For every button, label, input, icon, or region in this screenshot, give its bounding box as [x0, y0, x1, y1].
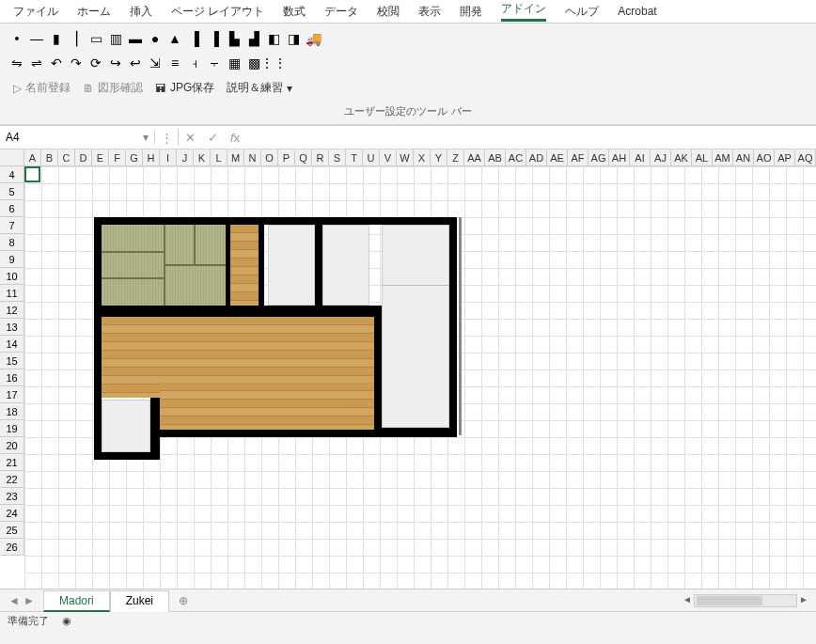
col-header-AF[interactable]: AF — [568, 149, 588, 166]
row-header-15[interactable]: 15 — [0, 353, 24, 369]
square-h-icon[interactable]: ▬ — [128, 31, 143, 46]
col-header-AN[interactable]: AN — [733, 149, 754, 166]
col-header-AO[interactable]: AO — [754, 149, 775, 166]
toilet-icon[interactable]: ◨ — [286, 31, 301, 46]
dot-icon[interactable]: • — [9, 31, 24, 46]
worksheet-grid[interactable]: ABCDEFGHIJKLMNOPQRSTUVWXYZAAABACADAEAFAG… — [0, 149, 816, 589]
col-header-E[interactable]: E — [92, 149, 109, 166]
name-box[interactable]: ▾ — [0, 131, 155, 144]
col-header-K[interactable]: K — [194, 149, 211, 166]
col-header-AD[interactable]: AD — [526, 149, 547, 166]
col-header-AK[interactable]: AK — [671, 149, 692, 166]
sheet-tab-Zukei[interactable]: Zukei — [110, 590, 169, 612]
col-header-U[interactable]: U — [363, 149, 380, 166]
redo-icon[interactable]: ↷ — [69, 55, 84, 71]
row-header-12[interactable]: 12 — [0, 302, 24, 319]
bar-v-icon[interactable]: ▮ — [49, 31, 64, 46]
ungroup-icon[interactable]: ⫞ — [187, 55, 202, 71]
door1-icon[interactable]: ▐ — [187, 31, 202, 46]
col-header-C[interactable]: C — [58, 149, 75, 166]
hscroll-thumb[interactable] — [697, 596, 762, 605]
col-header-AQ[interactable]: AQ — [795, 149, 816, 166]
formula-confirm-icon[interactable]: ✓ — [201, 131, 224, 145]
row-header-6[interactable]: 6 — [0, 200, 24, 217]
row-header-21[interactable]: 21 — [0, 454, 24, 471]
row-header-17[interactable]: 17 — [0, 386, 24, 403]
row-header-20[interactable]: 20 — [0, 437, 24, 454]
col-header-H[interactable]: H — [143, 149, 160, 166]
menu-挿入[interactable]: 挿入 — [120, 0, 162, 24]
col-header-M[interactable]: M — [228, 149, 244, 166]
jpg-save-button[interactable]: 🖬 JPG保存 — [151, 78, 218, 98]
menu-校閲[interactable]: 校閲 — [368, 0, 409, 24]
row-header-9[interactable]: 9 — [0, 251, 24, 268]
truck-icon[interactable]: 🚚 — [306, 31, 321, 46]
circle-icon[interactable]: ● — [148, 31, 163, 46]
cells-area[interactable] — [24, 166, 816, 589]
check-shape-button[interactable]: 🗎 図形確認 — [79, 78, 147, 98]
menu-アドイン[interactable]: アドイン — [492, 0, 556, 25]
col-header-AP[interactable]: AP — [775, 149, 795, 166]
row-header-23[interactable]: 23 — [0, 488, 24, 505]
name-box-input[interactable] — [6, 131, 100, 144]
col-header-AA[interactable]: AA — [464, 149, 485, 166]
col-header-R[interactable]: R — [312, 149, 329, 166]
row-header-14[interactable]: 14 — [0, 336, 24, 353]
col-header-B[interactable]: B — [41, 149, 58, 166]
arrow-join-icon[interactable]: ↩ — [128, 55, 143, 71]
col-header-G[interactable]: G — [126, 149, 143, 166]
col-header-AI[interactable]: AI — [630, 149, 651, 166]
col-header-I[interactable]: I — [160, 149, 177, 166]
row-header-10[interactable]: 10 — [0, 268, 24, 285]
row-header-16[interactable]: 16 — [0, 369, 24, 386]
explain-button[interactable]: 説明＆練習 ▾ — [223, 78, 296, 98]
group-icon[interactable]: ⫟ — [207, 55, 222, 71]
pipe-icon[interactable]: ⎮ — [69, 31, 84, 46]
formula-more-icon[interactable]: ⋮ — [155, 131, 178, 145]
col-header-N[interactable]: N — [244, 149, 261, 166]
hscroll-right-icon[interactable]: ► — [797, 594, 810, 607]
name-box-dropdown-icon[interactable]: ▾ — [143, 131, 149, 144]
stairs-icon[interactable]: ▙ — [227, 31, 242, 46]
record-macro-icon[interactable]: ◉ — [62, 615, 71, 627]
col-header-V[interactable]: V — [380, 149, 397, 166]
col-header-AC[interactable]: AC — [506, 149, 526, 166]
row-header-18[interactable]: 18 — [0, 403, 24, 420]
undo-icon[interactable]: ↶ — [49, 55, 64, 71]
resize-icon[interactable]: ⇲ — [148, 55, 163, 71]
dash-icon[interactable]: — — [29, 31, 44, 46]
stairs2-icon[interactable]: ▟ — [246, 31, 261, 46]
menu-ヘルプ[interactable]: ヘルプ — [556, 0, 608, 24]
menu-数式[interactable]: 数式 — [274, 0, 315, 24]
formula-input[interactable] — [246, 131, 816, 144]
menu-Acrobat[interactable]: Acrobat — [608, 1, 666, 22]
col-header-T[interactable]: T — [346, 149, 363, 166]
formula-cancel-icon[interactable]: ✕ — [179, 131, 201, 145]
triangle-icon[interactable]: ▲ — [167, 31, 182, 46]
row-header-4[interactable]: 4 — [0, 166, 24, 183]
row-header-13[interactable]: 13 — [0, 319, 24, 336]
menu-表示[interactable]: 表示 — [409, 0, 450, 24]
menu-開発[interactable]: 開発 — [450, 0, 492, 24]
flip-h-icon[interactable]: ⇋ — [9, 55, 24, 71]
horizontal-scrollbar[interactable]: ◄ ► — [197, 594, 816, 607]
col-header-AG[interactable]: AG — [588, 149, 609, 166]
windowed-icon[interactable]: ▥ — [108, 31, 123, 46]
align-l-icon[interactable]: ≡ — [167, 55, 182, 71]
menu-ホーム[interactable]: ホーム — [68, 0, 120, 24]
add-sheet-button[interactable]: ⊕ — [169, 591, 197, 610]
col-header-S[interactable]: S — [329, 149, 346, 166]
col-header-A[interactable]: A — [24, 149, 41, 166]
col-header-AM[interactable]: AM — [713, 149, 733, 166]
row-header-22[interactable]: 22 — [0, 471, 24, 488]
row-header-19[interactable]: 19 — [0, 420, 24, 437]
door2-icon[interactable]: ▐ — [207, 31, 222, 46]
row-header-25[interactable]: 25 — [0, 522, 24, 539]
col-header-L[interactable]: L — [211, 149, 228, 166]
col-header-W[interactable]: W — [397, 149, 414, 166]
row-header-26[interactable]: 26 — [0, 539, 24, 556]
col-header-AB[interactable]: AB — [485, 149, 506, 166]
rotate-icon[interactable]: ⟳ — [88, 55, 103, 71]
hscroll-left-icon[interactable]: ◄ — [681, 594, 694, 607]
formula-fx-icon[interactable]: fx — [224, 131, 246, 145]
